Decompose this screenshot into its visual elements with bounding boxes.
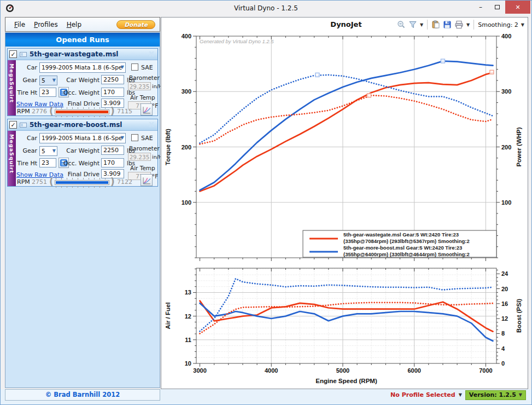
occ-weight-label: Occ. Weight [60, 89, 100, 96]
slider-right-handle[interactable]: ) [110, 106, 115, 117]
zoom-out-icon[interactable] [397, 20, 406, 29]
gear-select[interactable]: 5▼ [39, 76, 57, 85]
svg-text:(335hp@7084rpm) (293lbft@5367r: (335hp@7084rpm) (293lbft@5367rpm) Smooth… [343, 238, 470, 244]
car-select[interactable]: 1999-2005 Miata 1.8 (6-Spe▼ [39, 133, 126, 143]
menu-file[interactable]: File [14, 21, 25, 28]
svg-text:300: 300 [501, 88, 511, 95]
svg-text:200: 200 [501, 144, 511, 151]
occ-weight-input[interactable]: 170 [101, 158, 124, 167]
air-temp-label: Air Temp [130, 94, 155, 101]
svg-text:100: 100 [501, 199, 511, 206]
car-weight-label: Car Weight [60, 147, 100, 154]
svg-text:200: 200 [182, 144, 191, 151]
svg-text:(355hp@6400rpm) (330lbft@4644r: (355hp@6400rpm) (330lbft@4644rpm) Smooth… [343, 251, 470, 257]
filter-icon[interactable] [408, 20, 417, 29]
svg-text:Generated by Virtual Dyno 1.2.: Generated by Virtual Dyno 1.2.5 [200, 38, 274, 44]
smoothing-dropdown[interactable]: Smoothing: 2 [478, 21, 518, 28]
run-panel-wastegate: ✓ 5th-gear-wastegate.msl X MegaSquirt Ca… [7, 48, 158, 116]
svg-text:Torque (lbft): Torque (lbft) [165, 129, 171, 165]
slider-right-handle[interactable]: ) [110, 176, 115, 187]
chevron-down-icon[interactable]: ▼ [521, 22, 524, 27]
gear-label: Gear [15, 147, 37, 154]
mini-graph-button[interactable] [141, 103, 153, 115]
run-enabled-checkbox[interactable]: ✓ [9, 121, 17, 129]
mini-graph-button[interactable] [141, 174, 153, 186]
occ-weight-label: Occ. Weight [60, 160, 100, 167]
slider-ticks-bottom [56, 115, 108, 117]
save-icon[interactable] [443, 20, 452, 29]
chart-title: DynoJet [330, 20, 361, 28]
run-panel-more-boost: ✓ 5th-gear-more-boost.msl X MegaSquirt C… [7, 119, 158, 187]
slider-left-handle[interactable]: ( [49, 176, 54, 187]
svg-text:Air / Fuel: Air / Fuel [165, 302, 171, 329]
tire-height-input[interactable]: 23 [39, 158, 56, 167]
svg-text:Power (WHP): Power (WHP) [516, 127, 522, 166]
svg-text:Boost (PSI): Boost (PSI) [516, 299, 522, 333]
sae-checkbox[interactable] [131, 134, 138, 141]
minimize-button[interactable]: – [472, 1, 489, 14]
occ-weight-input[interactable]: 170 [101, 88, 124, 97]
rpm-range-slider[interactable] [55, 109, 109, 114]
megasquirt-label: MegaSquirt [9, 134, 15, 173]
toolbar-separator [473, 20, 474, 30]
sae-label: SAE [141, 64, 153, 71]
svg-text:4: 4 [501, 345, 505, 352]
tire-height-input[interactable]: 23 [39, 88, 56, 97]
graph-icon [142, 176, 151, 185]
version-dropdown[interactable]: Version: 1.2.5 ▼ [465, 390, 526, 400]
car-select[interactable]: 1999-2005 Miata 1.8 (6-Spe▼ [39, 62, 126, 73]
sae-label: SAE [141, 135, 153, 142]
slider-left-handle[interactable]: ( [49, 106, 54, 117]
run-enabled-checkbox[interactable]: ✓ [9, 50, 17, 58]
close-button[interactable]: ✕ [505, 1, 530, 14]
barometer-label: Barometer [129, 74, 160, 81]
svg-text:0: 0 [501, 360, 505, 367]
file-icon [20, 123, 27, 128]
svg-text:24: 24 [501, 270, 508, 277]
gear-label: Gear [15, 77, 37, 84]
svg-text:16: 16 [501, 300, 508, 307]
run-close-icon[interactable]: X [149, 50, 154, 58]
afr-boost-chart[interactable]: 101112130481216202430004000500060007000A… [161, 266, 529, 392]
run-close-icon[interactable]: X [149, 120, 154, 129]
rpm-range-slider[interactable] [55, 180, 109, 185]
profile-dropdown[interactable]: No Profile Selected [390, 391, 455, 398]
opened-runs-header: Opened Runs [5, 33, 160, 47]
chevron-down-icon: ▼ [519, 392, 522, 397]
car-weight-input[interactable]: 2250 [101, 75, 124, 84]
maximize-icon [495, 5, 500, 9]
window-title: Virtual Dyno - 1.2.5 [1, 4, 531, 12]
chevron-down-icon[interactable]: ▼ [459, 392, 462, 397]
chevron-down-icon[interactable]: ▼ [466, 22, 470, 27]
car-weight-label: Car Weight [60, 77, 100, 84]
car-weight-input[interactable]: 2250 [101, 146, 124, 155]
svg-text:100: 100 [182, 199, 191, 206]
svg-text:7000: 7000 [479, 367, 492, 374]
paste-icon[interactable] [431, 20, 440, 29]
slider-ticks-bottom [56, 186, 108, 188]
svg-text:Engine Speed (RPM): Engine Speed (RPM) [315, 378, 377, 384]
dyno-chart[interactable]: 100200300400100200300400Torque (lbft)Pow… [161, 32, 529, 264]
sae-checkbox[interactable] [131, 63, 138, 71]
maximize-button[interactable] [489, 1, 505, 14]
svg-text:11: 11 [185, 337, 191, 343]
svg-text:8: 8 [501, 330, 505, 337]
app-window: Virtual Dyno - 1.2.5 – ✕ File Profiles H… [0, 0, 532, 405]
rpm-label: RPM [17, 178, 30, 186]
print-icon[interactable] [454, 20, 464, 29]
air-temp-label: Air Temp [130, 165, 155, 171]
chevron-down-icon: ▼ [52, 78, 56, 83]
gear-select[interactable]: 5▼ [39, 146, 57, 156]
slider-ticks-top [56, 178, 108, 180]
donate-button[interactable]: Donate [116, 20, 155, 29]
svg-text:400: 400 [501, 33, 511, 39]
rpm-min-value: 2751 [32, 178, 47, 186]
menu-profiles[interactable]: Profiles [34, 21, 58, 28]
rpm-min-value: 2776 [32, 108, 47, 115]
menu-help[interactable]: Help [67, 21, 81, 28]
status-bar: © Brad Barnhill 2012 No Profile Selected… [1, 389, 531, 404]
svg-text:12: 12 [501, 315, 508, 322]
chevron-down-icon[interactable]: ▼ [420, 22, 423, 27]
car-label: Car [15, 64, 37, 71]
svg-text:4000: 4000 [265, 367, 278, 374]
